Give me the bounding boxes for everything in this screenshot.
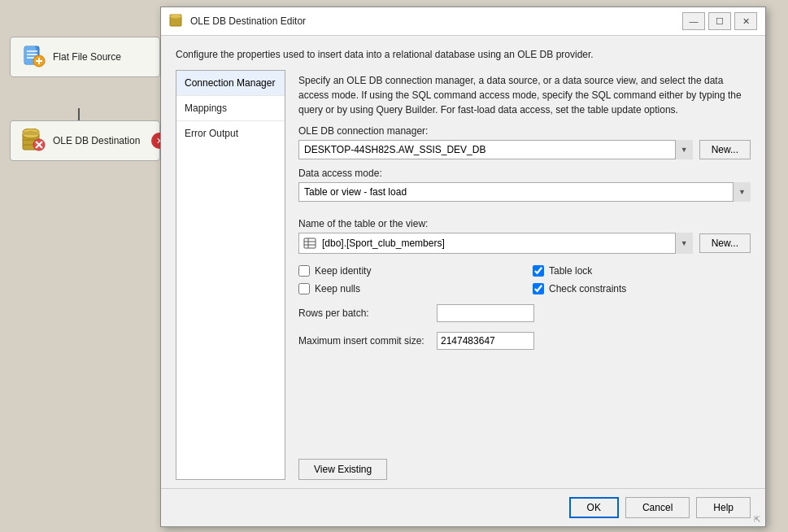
sidebar-item-error-output[interactable]: Error Output	[176, 121, 285, 146]
keep-nulls-checkbox[interactable]	[298, 283, 310, 294]
table-name-row: [dbo].[Sport_club_members] ▼ New...	[298, 233, 751, 254]
flat-file-node[interactable]: Flat File Source	[10, 37, 160, 77]
table-select-wrapper: [dbo].[Sport_club_members] ▼	[298, 233, 693, 254]
sidebar-item-mappings[interactable]: Mappings	[176, 96, 285, 121]
check-constraints-item: Check constraints	[533, 283, 751, 294]
checkboxes-area: Keep identity Table lock Keep nulls Chec…	[298, 265, 751, 294]
ole-db-icon	[20, 128, 46, 154]
description-text: Configure the properties used to insert …	[161, 36, 765, 70]
view-existing-section: View Existing	[298, 443, 751, 480]
view-existing-button[interactable]: View Existing	[298, 459, 387, 480]
table-lock-item: Table lock	[533, 265, 751, 277]
data-access-row: Table or view - fast load ▼	[298, 182, 751, 202]
ok-button[interactable]: OK	[569, 497, 619, 518]
connection-manager-select[interactable]: DESKTOP-44SH82S.AW_SSIS_DEV_DB	[298, 140, 693, 159]
connection-manager-label: OLE DB connection manager:	[298, 125, 751, 137]
rows-per-batch-input[interactable]	[437, 304, 534, 322]
resize-handle[interactable]: ⇱	[754, 515, 764, 525]
flat-file-icon	[20, 44, 46, 70]
max-insert-input[interactable]	[437, 332, 534, 350]
data-access-label: Data access mode:	[298, 168, 751, 179]
ole-db-node[interactable]: OLE DB Destination ✕	[10, 120, 160, 161]
dialog-title: OLE DB Destination Editor	[190, 15, 306, 27]
keep-identity-item: Keep identity	[298, 265, 516, 277]
data-access-select[interactable]: Table or view - fast load	[298, 182, 751, 202]
right-panel: Specify an OLE DB connection manager, a …	[285, 70, 765, 488]
data-access-wrapper: Table or view - fast load ▼	[298, 182, 751, 202]
sidebar-item-connection-manager[interactable]: Connection Manager	[176, 71, 285, 96]
rows-per-batch-label: Rows per batch:	[298, 307, 429, 319]
new-connection-button[interactable]: New...	[699, 140, 751, 159]
table-lock-checkbox[interactable]	[533, 265, 544, 277]
table-name-section: Name of the table or the view: [dbo].[Sp…	[298, 210, 751, 254]
new-table-button[interactable]: New...	[699, 233, 751, 253]
title-bar-left: OLE DB Destination Editor	[169, 14, 306, 28]
table-name-label: Name of the table or the view:	[298, 218, 751, 229]
rows-per-batch-row: Rows per batch:	[298, 304, 751, 322]
max-insert-label: Maximum insert commit size:	[298, 335, 429, 347]
connection-manager-wrapper: DESKTOP-44SH82S.AW_SSIS_DEV_DB ▼	[298, 140, 693, 159]
maximize-button[interactable]: ☐	[708, 12, 731, 30]
dialog-footer: OK Cancel Help	[161, 488, 765, 526]
table-lock-label[interactable]: Table lock	[549, 265, 592, 277]
svg-rect-11	[23, 132, 39, 135]
sidebar-nav: Connection Manager Mappings Error Output	[176, 70, 285, 480]
instruction-text: Specify an OLE DB connection manager, a …	[298, 70, 751, 117]
title-controls: — ☐ ✕	[682, 12, 757, 30]
title-bar: OLE DB Destination Editor — ☐ ✕	[161, 7, 765, 36]
cancel-button[interactable]: Cancel	[625, 497, 690, 518]
keep-nulls-label[interactable]: Keep nulls	[315, 283, 360, 294]
dialog-icon	[169, 14, 184, 28]
keep-identity-checkbox[interactable]	[298, 265, 310, 277]
help-button[interactable]: Help	[696, 497, 751, 518]
connection-manager-row: DESKTOP-44SH82S.AW_SSIS_DEV_DB ▼ New...	[298, 140, 751, 159]
max-insert-row: Maximum insert commit size:	[298, 332, 751, 350]
minimize-button[interactable]: —	[682, 12, 705, 30]
svg-point-18	[170, 15, 181, 19]
flat-file-label: Flat File Source	[53, 51, 121, 63]
check-constraints-checkbox[interactable]	[533, 283, 544, 294]
dialog: OLE DB Destination Editor — ☐ ✕ Configur…	[160, 7, 766, 527]
ole-db-label: OLE DB Destination	[53, 135, 140, 146]
keep-identity-label[interactable]: Keep identity	[315, 265, 371, 277]
close-button[interactable]: ✕	[734, 12, 757, 30]
table-name-select[interactable]: [dbo].[Sport_club_members]	[298, 233, 693, 254]
dialog-body: Connection Manager Mappings Error Output…	[161, 70, 765, 488]
check-constraints-label[interactable]: Check constraints	[549, 283, 626, 294]
keep-nulls-item: Keep nulls	[298, 283, 516, 294]
